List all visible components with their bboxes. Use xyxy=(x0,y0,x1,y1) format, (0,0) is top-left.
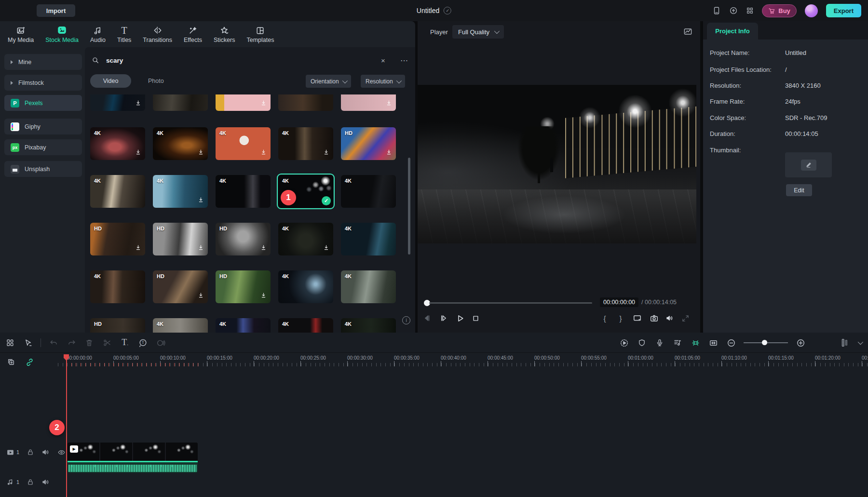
thumbnail-box[interactable] xyxy=(785,152,832,177)
video-preview[interactable] xyxy=(418,85,696,243)
link-clips-icon[interactable] xyxy=(24,357,35,367)
apps-grid-icon[interactable] xyxy=(746,7,754,14)
next-frame-button[interactable] xyxy=(437,312,450,324)
tab-video[interactable]: Video xyxy=(90,74,131,88)
tab-photo[interactable]: Photo xyxy=(148,78,164,84)
download-icon[interactable] xyxy=(260,244,267,253)
time-ruler[interactable]: 00:00:00:0000:00:05:0000:00:10:0000:00:1… xyxy=(58,354,868,367)
download-icon[interactable] xyxy=(385,99,393,108)
speech-to-text-icon[interactable]: T xyxy=(137,337,148,348)
tab-titles[interactable]: TTitles xyxy=(111,25,137,43)
tab-templates[interactable]: Templates xyxy=(241,25,280,43)
zoom-slider-handle[interactable] xyxy=(762,340,767,345)
audio-stock-icon[interactable] xyxy=(672,337,683,348)
stock-video-thumbnail[interactable]: 4K xyxy=(153,318,208,333)
sidebar-item-unsplash[interactable]: Unsplash xyxy=(4,161,82,177)
stock-video-thumbnail[interactable] xyxy=(153,94,208,111)
tab-stickers[interactable]: Stickers xyxy=(208,25,241,43)
delete-icon[interactable] xyxy=(84,337,95,348)
undo-icon[interactable] xyxy=(48,337,59,348)
sidebar-item-pixabay[interactable]: pxPixabay xyxy=(4,139,82,155)
tab-audio[interactable]: Audio xyxy=(84,25,111,43)
stock-video-thumbnail[interactable]: 4K xyxy=(341,318,396,333)
preview-display-button[interactable] xyxy=(631,312,643,324)
tab-effects[interactable]: Effects xyxy=(178,25,208,43)
resolution-dropdown[interactable]: Resolution xyxy=(361,75,405,88)
import-button[interactable]: Import xyxy=(37,4,75,17)
sidebar-item-mine[interactable]: Mine xyxy=(4,54,82,70)
download-icon[interactable] xyxy=(197,244,204,253)
stock-video-thumbnail[interactable]: HD xyxy=(90,223,145,255)
previous-frame-button[interactable] xyxy=(420,312,433,324)
search-bar[interactable]: scary × ⋯ xyxy=(92,52,408,68)
stock-video-thumbnail[interactable]: 4K xyxy=(341,270,396,303)
scrubber-track[interactable] xyxy=(429,302,592,304)
stock-video-thumbnail[interactable]: 4K xyxy=(278,223,333,255)
stock-video-thumbnail[interactable]: 4K xyxy=(153,175,208,208)
stock-video-thumbnail[interactable]: 4K xyxy=(341,175,396,208)
stock-video-thumbnail[interactable]: HD xyxy=(153,270,208,303)
stock-video-thumbnail[interactable]: 4K xyxy=(216,127,271,160)
stock-video-thumbnail[interactable]: HD xyxy=(216,223,271,255)
search-input[interactable]: scary xyxy=(106,57,123,64)
stock-video-thumbnail[interactable]: 4K xyxy=(216,318,271,333)
tab-project-info[interactable]: Project Info xyxy=(707,23,758,40)
download-icon[interactable] xyxy=(323,244,330,253)
download-icon[interactable] xyxy=(260,292,267,301)
stock-video-thumbnail[interactable]: 4K✓1 xyxy=(278,175,333,208)
stock-video-thumbnail[interactable]: 4K xyxy=(278,318,333,333)
search-more-icon[interactable]: ⋯ xyxy=(400,56,408,65)
scopes-icon[interactable] xyxy=(683,27,692,36)
info-icon[interactable]: i xyxy=(402,316,410,324)
media-blocks-icon[interactable] xyxy=(5,337,15,348)
render-preview-icon[interactable] xyxy=(619,337,629,348)
stock-video-thumbnail[interactable]: 4K xyxy=(341,223,396,255)
mute-track-icon[interactable] xyxy=(41,448,50,457)
mark-in-button[interactable]: { xyxy=(598,312,611,324)
download-icon[interactable] xyxy=(135,244,142,253)
buy-button[interactable]: Buy xyxy=(762,4,797,17)
download-icon[interactable] xyxy=(197,148,204,158)
download-icon[interactable] xyxy=(260,148,267,158)
zoom-in-icon[interactable] xyxy=(795,337,806,348)
mute-track-icon[interactable] xyxy=(41,478,50,486)
download-icon[interactable] xyxy=(385,148,393,158)
stock-video-thumbnail[interactable]: 4K xyxy=(216,175,271,208)
hide-track-icon[interactable] xyxy=(57,448,66,457)
tab-my-media[interactable]: My Media xyxy=(2,25,40,43)
stock-video-thumbnail[interactable]: HD xyxy=(153,223,208,255)
text-to-speech-icon[interactable] xyxy=(155,337,166,348)
edit-button[interactable]: Edit xyxy=(786,184,812,196)
timeline-video-clip[interactable]: ▶ xyxy=(68,443,198,473)
stock-video-thumbnail[interactable]: 4K xyxy=(278,127,333,160)
stock-video-thumbnail[interactable]: 4K xyxy=(278,270,333,303)
export-button[interactable]: Export xyxy=(826,4,861,17)
download-icon[interactable] xyxy=(260,99,267,108)
stock-video-thumbnail[interactable]: 4K xyxy=(90,270,145,303)
stock-video-thumbnail[interactable]: HD xyxy=(90,318,145,333)
stop-button[interactable] xyxy=(469,312,482,324)
sidebar-item-giphy[interactable]: Giphy xyxy=(4,119,82,134)
grid-scrollbar[interactable] xyxy=(408,158,410,255)
download-icon[interactable] xyxy=(197,292,204,301)
sidebar-item-pexels[interactable]: PPexels xyxy=(4,95,82,111)
search-clear-icon[interactable]: × xyxy=(381,56,385,65)
play-button[interactable] xyxy=(454,312,466,324)
quality-dropdown[interactable]: Full Quality xyxy=(452,25,504,39)
zoom-slider[interactable] xyxy=(744,338,788,348)
mute-button[interactable] xyxy=(664,312,676,324)
stock-video-thumbnail[interactable] xyxy=(216,94,271,111)
tab-transitions[interactable]: Transitions xyxy=(137,25,178,43)
snapshot-button[interactable] xyxy=(648,312,660,324)
lock-icon[interactable] xyxy=(26,448,35,457)
stock-video-thumbnail[interactable]: HD xyxy=(341,127,396,160)
download-icon[interactable] xyxy=(135,99,142,108)
track-manager-caret-icon[interactable] xyxy=(857,337,862,348)
auto-ripple-icon[interactable] xyxy=(690,337,701,348)
zoom-out-icon[interactable] xyxy=(726,337,736,348)
mark-out-button[interactable]: } xyxy=(614,312,627,324)
sidebar-item-filmstock[interactable]: Filmstock xyxy=(4,75,82,91)
tab-stock-media[interactable]: Stock Media xyxy=(40,25,84,43)
lock-icon[interactable] xyxy=(26,478,35,486)
cloud-upload-icon[interactable] xyxy=(729,6,738,15)
